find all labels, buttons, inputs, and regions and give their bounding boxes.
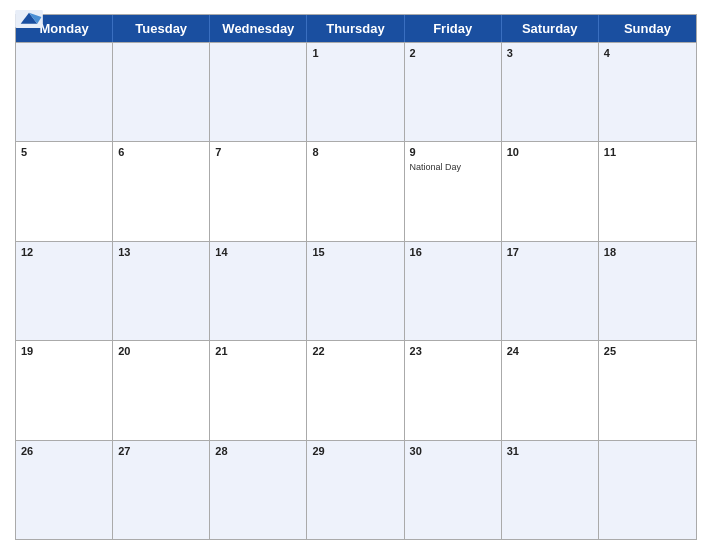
- day-number: 7: [215, 145, 301, 159]
- day-number: 26: [21, 444, 107, 458]
- day-number: 15: [312, 245, 398, 259]
- day-cell: 18: [599, 242, 696, 340]
- day-number: 20: [118, 344, 204, 358]
- logo: [15, 10, 43, 29]
- day-cell: 29: [307, 441, 404, 539]
- day-header-sunday: Sunday: [599, 15, 696, 42]
- day-header-tuesday: Tuesday: [113, 15, 210, 42]
- day-cell: 28: [210, 441, 307, 539]
- day-number: 13: [118, 245, 204, 259]
- day-number: 2: [410, 46, 496, 60]
- day-cell: 6: [113, 142, 210, 240]
- day-header-thursday: Thursday: [307, 15, 404, 42]
- day-cell: 13: [113, 242, 210, 340]
- day-cell: [210, 43, 307, 141]
- day-number: 16: [410, 245, 496, 259]
- day-cell: 4: [599, 43, 696, 141]
- day-number: 6: [118, 145, 204, 159]
- day-number: 30: [410, 444, 496, 458]
- day-cell: 15: [307, 242, 404, 340]
- day-cell: 9National Day: [405, 142, 502, 240]
- day-cell: 27: [113, 441, 210, 539]
- day-cell: [113, 43, 210, 141]
- day-cell: 19: [16, 341, 113, 439]
- day-cell: 14: [210, 242, 307, 340]
- weeks-container: 123456789National Day1011121314151617181…: [16, 42, 696, 539]
- day-cell: 26: [16, 441, 113, 539]
- day-cell: 12: [16, 242, 113, 340]
- day-cell: 8: [307, 142, 404, 240]
- week-row-2: 56789National Day1011: [16, 141, 696, 240]
- day-cell: 7: [210, 142, 307, 240]
- day-header-friday: Friday: [405, 15, 502, 42]
- day-cell: 3: [502, 43, 599, 141]
- day-cell: 1: [307, 43, 404, 141]
- day-number: 18: [604, 245, 691, 259]
- day-number: 17: [507, 245, 593, 259]
- day-number: 4: [604, 46, 691, 60]
- day-number: 21: [215, 344, 301, 358]
- week-row-4: 19202122232425: [16, 340, 696, 439]
- day-number: 22: [312, 344, 398, 358]
- day-cell: 5: [16, 142, 113, 240]
- day-number: 8: [312, 145, 398, 159]
- day-cell: [16, 43, 113, 141]
- day-number: 27: [118, 444, 204, 458]
- day-cell: [599, 441, 696, 539]
- day-number: 25: [604, 344, 691, 358]
- day-number: 19: [21, 344, 107, 358]
- week-row-1: 1234: [16, 42, 696, 141]
- day-number: 31: [507, 444, 593, 458]
- logo-icon: [15, 10, 43, 28]
- day-number: 10: [507, 145, 593, 159]
- week-row-5: 262728293031: [16, 440, 696, 539]
- day-number: 5: [21, 145, 107, 159]
- event-label: National Day: [410, 162, 496, 172]
- day-number: 12: [21, 245, 107, 259]
- day-number: 1: [312, 46, 398, 60]
- day-cell: 11: [599, 142, 696, 240]
- day-number: 28: [215, 444, 301, 458]
- day-number: 24: [507, 344, 593, 358]
- day-cell: 2: [405, 43, 502, 141]
- day-number: 9: [410, 145, 496, 159]
- day-number: 29: [312, 444, 398, 458]
- day-cell: 24: [502, 341, 599, 439]
- day-header-saturday: Saturday: [502, 15, 599, 42]
- calendar: MondayTuesdayWednesdayThursdayFridaySatu…: [15, 14, 697, 540]
- day-cell: 22: [307, 341, 404, 439]
- day-cell: 21: [210, 341, 307, 439]
- day-cell: 25: [599, 341, 696, 439]
- day-number: 14: [215, 245, 301, 259]
- day-cell: 20: [113, 341, 210, 439]
- day-header-wednesday: Wednesday: [210, 15, 307, 42]
- day-cell: 30: [405, 441, 502, 539]
- day-number: 23: [410, 344, 496, 358]
- day-cell: 16: [405, 242, 502, 340]
- day-cell: 17: [502, 242, 599, 340]
- day-number: 11: [604, 145, 691, 159]
- day-cell: 23: [405, 341, 502, 439]
- day-cell: 31: [502, 441, 599, 539]
- day-number: 3: [507, 46, 593, 60]
- day-cell: 10: [502, 142, 599, 240]
- day-headers-row: MondayTuesdayWednesdayThursdayFridaySatu…: [16, 15, 696, 42]
- week-row-3: 12131415161718: [16, 241, 696, 340]
